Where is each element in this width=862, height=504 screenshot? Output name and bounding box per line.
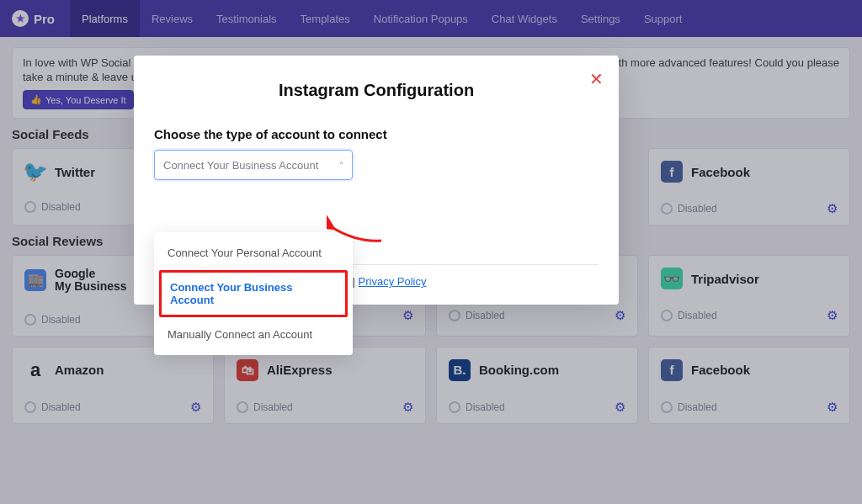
option-personal[interactable]: Connect Your Personal Account (154, 237, 353, 268)
modal-subtitle: Choose the type of account to connect (154, 127, 599, 141)
option-manual[interactable]: Manually Connect an Account (154, 319, 353, 350)
select-value: Connect Your Business Account (163, 159, 318, 172)
instagram-config-modal: ✕ Instagram Configuration Choose the typ… (134, 56, 619, 305)
privacy-link[interactable]: Privacy Policy (359, 275, 427, 288)
account-type-dropdown: Connect Your Personal Account Connect Yo… (154, 232, 353, 355)
option-business[interactable]: Connect Your Business Account (159, 270, 348, 317)
close-icon[interactable]: ✕ (589, 69, 604, 89)
chevron-up-icon: ˄ (339, 161, 343, 170)
account-type-select[interactable]: Connect Your Business Account ˄ (154, 150, 353, 180)
modal-title: Instagram Configuration (154, 81, 599, 100)
